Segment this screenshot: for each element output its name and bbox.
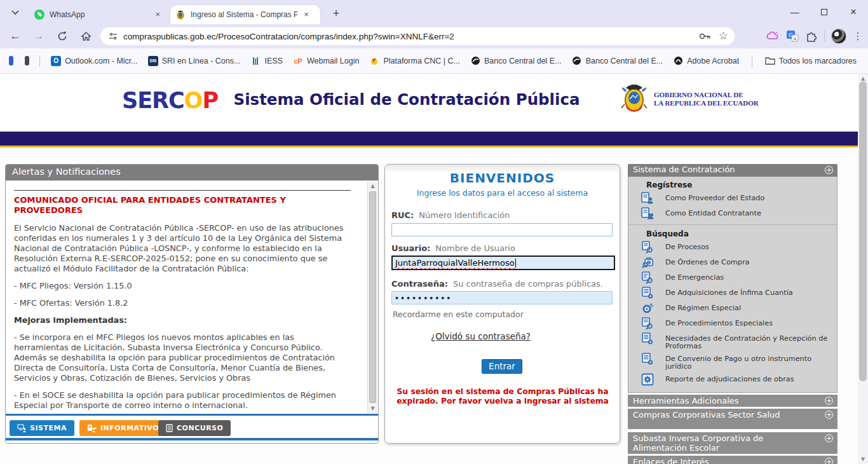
all-bookmarks-label: Todos los marcadores [779, 57, 857, 65]
sidebar-item-label: De Procedimientos Especiales [665, 317, 773, 327]
tab-informativo[interactable]: INFORMATIVO [79, 420, 166, 436]
sidebar-item-works-awards-report[interactable]: Reporte de adjudicaciones de obras [628, 372, 837, 387]
works-awards-report-icon [641, 373, 654, 386]
sidebar-item-payment-agreement[interactable]: De Convenio de Pago u otro instrumento j… [628, 351, 837, 372]
section-subasta-inversa[interactable]: Subasta Inversa Corporativa de Alimentac… [628, 432, 837, 454]
password-hint: Su contraseña de compras públicas. [453, 279, 603, 289]
notice-paragraph: - MFC Pliegos: Versión 1.15.0 [14, 281, 351, 291]
url-text[interactable]: compraspublicas.gob.ec/ProcesoContrataci… [123, 32, 699, 41]
username-value: JuntaParroquialValleHermoso [395, 258, 515, 268]
expand-plus-icon[interactable]: + [825, 166, 833, 174]
bookmark-banco-central-1[interactable]: Banco Central del E... [465, 53, 567, 69]
site-info-icon[interactable] [108, 31, 118, 41]
pinned-app-gray-icon[interactable] [25, 56, 29, 65]
scrollbar-thumb[interactable] [859, 81, 867, 381]
ruc-input[interactable] [391, 223, 613, 236]
bookmark-webmail[interactable]: cP Webmail Login [288, 53, 364, 69]
window-close-button[interactable]: × [839, 0, 868, 24]
scroll-up-icon[interactable]: ▲ [858, 76, 868, 81]
section-compras-corporativas[interactable]: Compras Corporativas Sector Salud + [628, 409, 837, 429]
back-icon[interactable]: ← [6, 27, 24, 45]
bookmark-iess[interactable]: IESS [245, 53, 288, 69]
bookmark-label: SRI en Línea - Cons... [162, 57, 241, 65]
bookmark-banco-central-2[interactable]: Banco Central del E... [567, 53, 668, 69]
tab-sistema[interactable]: SISTEMA [10, 420, 74, 436]
password-dots: •••••••••• [395, 294, 452, 303]
sidebar-item-search-emergencies[interactable]: De Emergencias [628, 270, 837, 285]
alerts-scrollbar[interactable]: ▲ ▼ [367, 181, 377, 413]
text-caret [515, 259, 516, 268]
sidebar-item-search-processes[interactable]: De Procesos [628, 240, 837, 255]
sidebar-item-provider-register[interactable]: Como Proveedor del Estado [628, 191, 837, 206]
extensions-puzzle-icon[interactable] [805, 30, 818, 43]
address-bar[interactable]: compraspublicas.gob.ec/ProcesoContrataci… [100, 27, 735, 45]
special-regime-icon [641, 302, 654, 315]
forgot-password-link[interactable]: ¿Olvidó su contraseña? [431, 331, 531, 341]
whatsapp-icon [34, 10, 44, 20]
window-restore-button[interactable] [810, 0, 839, 24]
new-tab-button[interactable]: + [328, 6, 344, 22]
section-label: Herramientas Adicionales [633, 396, 739, 406]
scroll-down-icon[interactable]: ▼ [858, 456, 868, 462]
passwords-key-icon[interactable] [699, 32, 711, 40]
alerts-panel-title: Alertas y Notificaciones [6, 165, 378, 181]
window-minimize-button[interactable]: — [780, 0, 810, 24]
tab-concurso[interactable]: CONCURSO [158, 420, 231, 436]
translate-icon[interactable]: Ga [786, 30, 799, 43]
computer-user-icon [17, 424, 26, 432]
login-submit-button[interactable]: Entrar [482, 359, 522, 374]
documents-people-icon [87, 424, 97, 432]
svg-text:a: a [794, 36, 797, 41]
remember-me-label: Recordarme en este computador [393, 310, 524, 319]
iess-icon [250, 56, 261, 66]
tab-whatsapp[interactable]: WhatsApp × [29, 5, 168, 24]
expand-plus-icon[interactable]: + [825, 434, 833, 442]
bookmark-sri[interactable]: SRI SRI en Línea - Cons... [143, 53, 246, 69]
home-icon[interactable] [77, 27, 95, 45]
tab-title: Ingreso al Sistema - Compras Pú [191, 10, 297, 19]
extension-cloud-icon[interactable] [766, 31, 780, 42]
gov-line-1: GOBIERNO NACIONAL DE [654, 91, 759, 99]
sidebar-item-search-special-procedures[interactable]: De Procedimientos Especiales [628, 316, 837, 331]
tab-close-icon[interactable]: × [153, 10, 163, 20]
expand-plus-icon[interactable]: + [825, 397, 833, 405]
section-herramientas-adicionales[interactable]: Herramientas Adicionales + [628, 395, 837, 407]
bookmark-star-icon[interactable]: ☆ [719, 31, 728, 41]
all-bookmarks[interactable]: Todos los marcadores [760, 54, 862, 68]
section-enlaces-interes[interactable]: Enlaces de Interés + [628, 456, 837, 464]
sidebar-item-search-infima-cuantia[interactable]: De Adquisiciones de Ínfima Cuantía [628, 285, 837, 301]
page-scrollbar[interactable]: ▲ ▼ [858, 74, 868, 464]
bookmark-cnc[interactable]: Plataforma CNC | C... [364, 53, 465, 69]
ruc-label-strong: RUC: [391, 210, 414, 220]
scroll-down-icon[interactable]: ▼ [368, 406, 377, 411]
tab-close-icon[interactable]: × [301, 10, 311, 20]
pinned-app-blue-icon[interactable] [9, 56, 13, 65]
tab-search-button[interactable] [6, 5, 24, 20]
sidebar-header[interactable]: Sistema de Contratación + [628, 164, 837, 177]
sidebar-item-search-regimen-especial[interactable]: De Régimen Especial [628, 301, 837, 316]
cpanel-icon: cP [293, 56, 303, 66]
username-input[interactable]: JuntaParroquialValleHermoso [391, 256, 615, 270]
sidebar-item-label: De Procesos [665, 241, 709, 251]
scroll-up-icon[interactable]: ▲ [368, 183, 377, 189]
password-input[interactable]: •••••••••• [391, 291, 613, 304]
sidebar-item-search-purchase-orders[interactable]: De Órdenes de Compra [628, 255, 837, 270]
sidebar-item-label: Reporte de adjudicaciones de obras [665, 373, 794, 383]
tab-label: CONCURSO [177, 424, 223, 432]
forward-icon[interactable]: → [30, 27, 48, 45]
profile-avatar[interactable] [831, 29, 846, 44]
sidebar-item-proforma-needs[interactable]: Necesidades de Contratación y Recepción … [628, 331, 837, 351]
bookmarks-bar: O Outlook.com - Micr... SRI SRI en Línea… [0, 48, 868, 74]
search-heading: Búsqueda [628, 228, 837, 240]
expand-plus-icon[interactable]: + [825, 411, 833, 419]
scrollbar-thumb[interactable] [369, 191, 376, 403]
chrome-menu-icon[interactable]: ⋮ [853, 31, 863, 42]
bookmark-outlook[interactable]: O Outlook.com - Micr... [46, 53, 143, 69]
bookmark-adobe[interactable]: Adobe Acrobat [668, 53, 744, 69]
notice-paragraph: Mejoras implementadas: [14, 315, 351, 325]
sidebar-item-entity-register[interactable]: Como Entidad Contratante [628, 206, 837, 221]
tab-active-ingreso[interactable]: Ingreso al Sistema - Compras Pú × [170, 5, 320, 24]
reload-icon[interactable] [53, 27, 71, 45]
tab-label: SISTEMA [30, 424, 67, 432]
expand-plus-icon[interactable]: + [825, 458, 833, 464]
